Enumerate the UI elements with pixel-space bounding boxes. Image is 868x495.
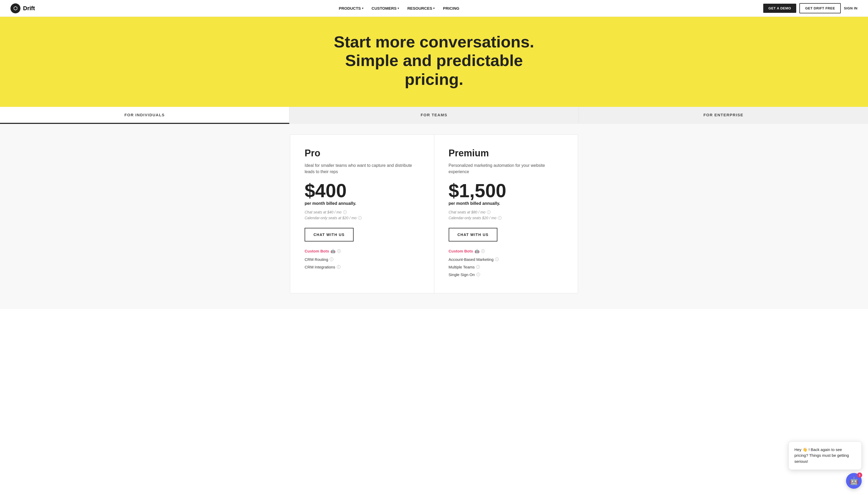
premium-seat-info-2: Calendar-only seats $20 / mo i	[449, 216, 564, 220]
info-icon[interactable]: i	[498, 216, 501, 220]
chevron-down-icon: ▾	[433, 7, 435, 10]
nav-actions: GET A DEMO GET DRIFT FREE SIGN IN	[763, 3, 857, 13]
hero-section: Start more conversations. Simple and pre…	[0, 17, 868, 107]
pro-seat-info-1: Chat seats at $40 / mo i	[305, 210, 420, 214]
tab-individuals[interactable]: FOR INDIVIDUALS	[0, 107, 289, 124]
pro-plan-price: $400	[305, 181, 420, 200]
premium-feature-sso: Single Sign On i	[449, 272, 564, 277]
get-drift-free-button[interactable]: GET DRIFT FREE	[799, 3, 841, 13]
info-icon[interactable]: i	[487, 210, 491, 214]
navigation: ⬡ Drift PRODUCTS ▾ CUSTOMERS ▾ RESOURCES…	[0, 0, 868, 17]
premium-plan-period: per month billed annually.	[449, 201, 564, 206]
pro-plan-period: per month billed annually.	[305, 201, 420, 206]
premium-chat-button[interactable]: CHAT WITH US	[449, 228, 498, 241]
nav-links: PRODUCTS ▾ CUSTOMERS ▾ RESOURCES ▾ PRICI…	[339, 6, 459, 11]
info-icon[interactable]: i	[495, 257, 499, 261]
pro-plan-name: Pro	[305, 148, 420, 159]
hero-heading: Start more conversations. Simple and pre…	[316, 33, 552, 88]
pro-plan-card: Pro Ideal for smaller teams who want to …	[290, 135, 434, 293]
premium-feature-multiple-teams: Multiple Teams i	[449, 265, 564, 269]
pricing-section: Pro Ideal for smaller teams who want to …	[0, 124, 868, 309]
pricing-tabs: FOR INDIVIDUALS FOR TEAMS FOR ENTERPRISE	[0, 107, 868, 124]
info-icon[interactable]: i	[337, 249, 341, 253]
premium-plan-price: $1,500	[449, 181, 564, 200]
premium-custom-bots[interactable]: Custom Bots 🤖 i	[449, 249, 564, 254]
pro-plan-description: Ideal for smaller teams who want to capt…	[305, 163, 420, 175]
pro-chat-button[interactable]: CHAT WITH US	[305, 228, 354, 241]
bot-emoji: 🤖	[330, 249, 336, 254]
pro-seat-info-2: Calendar-only seats at $20 / mo i	[305, 216, 420, 220]
premium-plan-card: Premium Personalized marketing automatio…	[434, 135, 578, 293]
premium-seat-info-1: Chat seats at $80 / mo i	[449, 210, 564, 214]
tab-enterprise[interactable]: FOR ENTERPRISE	[579, 107, 868, 124]
info-icon[interactable]: i	[476, 265, 480, 269]
nav-resources[interactable]: RESOURCES ▾	[407, 6, 435, 11]
pro-feature-crm-routing: CRM Routing i	[305, 257, 420, 262]
logo-text: Drift	[23, 5, 35, 12]
premium-plan-description: Personalized marketing automation for yo…	[449, 163, 564, 175]
info-icon[interactable]: i	[337, 265, 340, 269]
pro-custom-bots[interactable]: Custom Bots 🤖 i	[305, 249, 420, 254]
premium-plan-name: Premium	[449, 148, 564, 159]
pricing-cards: Pro Ideal for smaller teams who want to …	[290, 134, 578, 293]
premium-feature-abm: Account-Based Marketing i	[449, 257, 564, 262]
chevron-down-icon: ▾	[397, 7, 399, 10]
sign-in-button[interactable]: SIGN IN	[844, 6, 857, 10]
info-icon[interactable]: i	[481, 249, 485, 253]
get-demo-button[interactable]: GET A DEMO	[763, 4, 796, 13]
info-icon[interactable]: i	[358, 216, 362, 220]
info-icon[interactable]: i	[343, 210, 347, 214]
tab-teams[interactable]: FOR TEAMS	[289, 107, 579, 124]
logo[interactable]: ⬡ Drift	[11, 3, 35, 13]
bot-emoji: 🤖	[475, 249, 480, 254]
pro-feature-crm-integrations: CRM Integrations i	[305, 265, 420, 269]
info-icon[interactable]: i	[330, 257, 334, 261]
chevron-down-icon: ▾	[362, 7, 363, 10]
nav-products[interactable]: PRODUCTS ▾	[339, 6, 363, 11]
nav-customers[interactable]: CUSTOMERS ▾	[372, 6, 399, 11]
nav-pricing[interactable]: PRICING	[443, 6, 459, 11]
logo-icon: ⬡	[11, 3, 20, 13]
info-icon[interactable]: i	[476, 273, 480, 276]
